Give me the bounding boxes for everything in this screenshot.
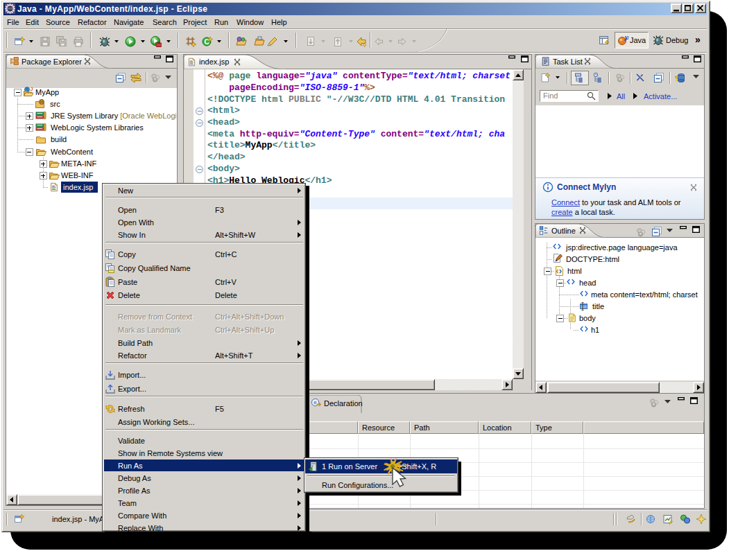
svg-text:J: J [31,87,33,92]
svg-text:e: e [314,400,317,405]
svg-text:J: J [626,35,628,41]
